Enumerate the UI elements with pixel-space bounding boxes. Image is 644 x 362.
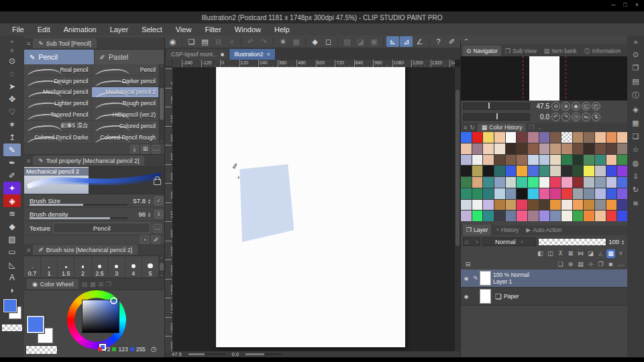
tab-pencil[interactable]: ✎Pencil xyxy=(24,50,95,64)
subtool-scrollbar[interactable]: ˄˅ xyxy=(159,64,164,143)
lock-transparent-pixels-icon[interactable]: ⋈ xyxy=(576,249,585,258)
color-swatch[interactable] xyxy=(550,210,561,221)
menu-view[interactable]: View xyxy=(169,25,199,34)
color-swatch[interactable] xyxy=(461,210,472,221)
layer-opacity-slider[interactable] xyxy=(538,238,606,246)
color-swatch[interactable] xyxy=(584,188,594,199)
clear-icon[interactable]: ▩ xyxy=(290,36,303,47)
color-swatch[interactable] xyxy=(517,177,527,188)
pen-tool[interactable]: ✒ xyxy=(3,156,21,169)
color-swatch[interactable] xyxy=(617,177,628,188)
fit-to-width-button[interactable]: ◰ xyxy=(592,102,600,111)
color-swatch[interactable] xyxy=(561,143,572,154)
color-swatch[interactable] xyxy=(550,143,561,154)
layer-color-menu-icon[interactable]: ˅ xyxy=(616,249,625,258)
text-tool[interactable]: A xyxy=(3,271,21,284)
zoom-tool[interactable]: ⊙ xyxy=(3,54,21,67)
document-tab-inactive[interactable]: CSP-tipsof mont... xyxy=(166,49,229,60)
color-swatch[interactable] xyxy=(472,143,483,154)
color-swatch[interactable] xyxy=(539,210,550,221)
color-swatch[interactable] xyxy=(483,143,494,154)
brush-size-panel-tab[interactable]: ✐ Brush size [Mechanical pencil 2] xyxy=(33,245,138,255)
eraser-tool[interactable]: ◈ xyxy=(3,194,21,207)
open-file-icon[interactable]: ▤ xyxy=(199,36,211,47)
color-swatch[interactable] xyxy=(595,200,606,210)
menu-select[interactable]: Select xyxy=(135,25,169,34)
panel-menu-icon[interactable]: ≡ xyxy=(27,247,30,253)
close-tab-icon[interactable]: × xyxy=(266,51,270,58)
color-swatch[interactable] xyxy=(517,200,527,210)
auto-select-tool[interactable]: ✶ xyxy=(3,118,21,131)
color-swatch[interactable] xyxy=(528,200,539,210)
color-swatch[interactable] xyxy=(539,166,550,176)
zoom-in-button[interactable]: ⊕ xyxy=(561,102,570,111)
brush-size-stepper[interactable]: ▲▼ xyxy=(148,198,152,204)
color-swatch[interactable] xyxy=(573,177,584,188)
color-swatch[interactable] xyxy=(539,132,550,143)
change-panel-color-icon[interactable]: ◧ xyxy=(536,249,545,258)
color-swatch[interactable] xyxy=(461,155,472,166)
color-swatch[interactable] xyxy=(494,177,505,188)
color-swatch[interactable] xyxy=(550,166,561,176)
deselect-icon[interactable]: ▨ xyxy=(341,36,354,47)
color-swatch[interactable] xyxy=(506,177,517,188)
brush-size-track[interactable] xyxy=(30,204,127,206)
zoom-100-button[interactable]: ◉ xyxy=(572,102,580,111)
color-swatch[interactable] xyxy=(483,155,494,166)
color-swatch[interactable] xyxy=(494,143,505,154)
tool-property-tab[interactable]: ✎ Tool property [Mechanical pencil 2] xyxy=(33,156,144,166)
color-swatch[interactable] xyxy=(573,155,584,166)
information-panel-icon[interactable]: ⓘ xyxy=(632,90,639,101)
color-swatch[interactable] xyxy=(494,210,505,221)
subtool-panel-tab[interactable]: ✎ Sub Tool [Pencil] xyxy=(33,38,96,48)
color-swatch[interactable] xyxy=(584,210,594,221)
navigator-zoom-slider[interactable] xyxy=(463,103,530,110)
set-as-reference-icon[interactable]: ⊼ xyxy=(556,249,565,258)
tab-auto-action[interactable]: ▶Auto Action xyxy=(523,225,565,235)
undo-icon[interactable]: ↶ xyxy=(244,36,257,47)
layer-row-layer-1[interactable]: ◉✎100 % NormalLayer 1 xyxy=(461,269,628,288)
color-swatch[interactable] xyxy=(506,132,517,143)
snap-to-ruler-icon[interactable]: ⊾ xyxy=(386,36,399,47)
close-button[interactable]: × xyxy=(635,1,639,8)
merge-icon[interactable]: ◙ xyxy=(606,260,615,269)
color-swatch[interactable] xyxy=(550,132,561,143)
tab-layer[interactable]: ❐Layer xyxy=(463,225,491,235)
color-swatch[interactable] xyxy=(584,177,594,188)
color-swatch[interactable] xyxy=(550,155,561,166)
color-swatch[interactable] xyxy=(584,155,594,166)
item-bank-panel-icon[interactable]: ▤ xyxy=(632,77,639,86)
color-swatch[interactable] xyxy=(606,200,617,210)
color-wheel-tab[interactable]: ◉ Color Wheel xyxy=(27,279,78,289)
panel-menu-icon[interactable]: ≡ xyxy=(27,40,30,47)
layer-thumbnail[interactable] xyxy=(480,289,491,304)
document-tab-active[interactable]: Illustration2 × xyxy=(229,49,276,60)
color-swatch[interactable] xyxy=(517,188,527,199)
color-swatch[interactable] xyxy=(528,132,539,143)
material-manga-icon[interactable]: ❏ xyxy=(633,132,639,141)
color-swatch[interactable] xyxy=(584,166,594,176)
fit-to-screen-button[interactable]: ◱ xyxy=(582,102,590,111)
color-swatch[interactable] xyxy=(528,210,539,221)
color-swatch[interactable] xyxy=(573,166,584,176)
lasso-tool[interactable]: ♡ xyxy=(3,105,21,118)
color-swatch[interactable] xyxy=(494,166,505,176)
navigator-rotate-slider[interactable] xyxy=(463,113,530,121)
transform-icon[interactable]: ◻ xyxy=(322,36,335,47)
color-swatch[interactable] xyxy=(472,177,483,188)
subtool-item-mechanical-pencil[interactable]: Mechanical pencil xyxy=(24,87,92,99)
navigator-preview[interactable] xyxy=(461,56,628,101)
brush-tool[interactable]: ✐ xyxy=(3,169,21,182)
color-swatch[interactable] xyxy=(539,177,550,188)
layer-row-paper[interactable]: ◉ ❏Paper xyxy=(461,288,628,306)
color-swatch[interactable] xyxy=(472,188,483,199)
material-monochrome-icon[interactable]: ▦ xyxy=(632,119,639,127)
color-swatch[interactable] xyxy=(528,188,539,199)
sub-view-panel-icon[interactable]: ❐ xyxy=(633,64,639,72)
menu-window[interactable]: Window xyxy=(228,25,268,34)
history-panel-icon[interactable]: ↻ xyxy=(633,186,639,194)
import-subtool-icon[interactable]: ⤓ xyxy=(130,145,139,154)
color-swatch[interactable] xyxy=(617,200,628,210)
subtool-item-real-pencil[interactable]: Real pencil xyxy=(24,64,92,76)
decoration-tool[interactable]: ✦ xyxy=(3,182,21,194)
